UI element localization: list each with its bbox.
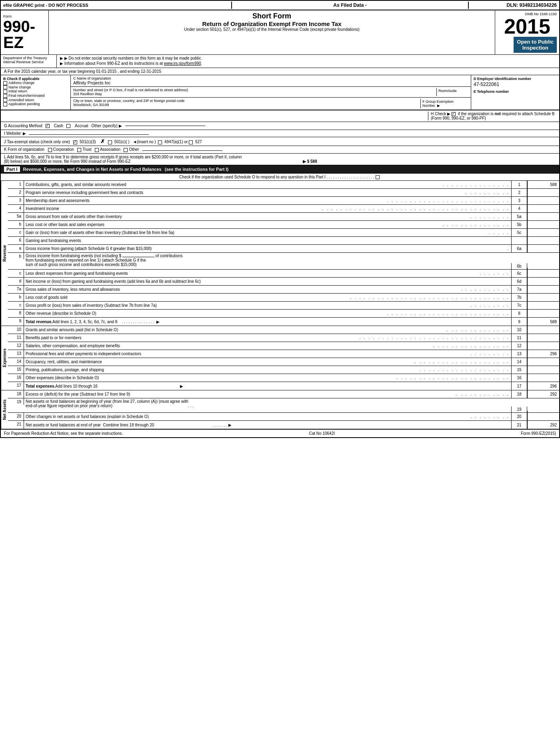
row-label-5b: Less cost or other basis and sales expen… bbox=[24, 221, 441, 228]
org-type-other-field[interactable] bbox=[142, 150, 222, 151]
org-name: Affinity Projects Inc bbox=[73, 80, 468, 85]
row-num-6b: b bbox=[8, 253, 24, 259]
checkbox-initial-return[interactable] bbox=[3, 90, 7, 94]
checkbox-amended-return[interactable] bbox=[3, 98, 7, 102]
row-value-7c bbox=[527, 302, 559, 309]
form-year-block: OMB No 1545-1150 2015 Open to Public Ins… bbox=[495, 10, 559, 54]
checkbox-501c3[interactable] bbox=[73, 140, 77, 144]
checkbox-final-return[interactable] bbox=[3, 94, 7, 98]
row-num-8: 8 bbox=[8, 310, 24, 317]
checkbox-corporation[interactable] bbox=[48, 148, 52, 152]
checkbox-other-org[interactable] bbox=[124, 148, 128, 152]
row-num-7c: c bbox=[8, 302, 24, 309]
row-num-14: 14 bbox=[8, 358, 24, 366]
revenue-side-label: Revenue bbox=[1, 181, 8, 326]
revenue-section: Revenue 1 Contributions, gifts, grants, … bbox=[1, 181, 559, 326]
check-final-return: Final return/terminated bbox=[3, 94, 68, 98]
checkbox-h[interactable] bbox=[452, 112, 456, 116]
employer-block: D Employer identification number 47-5222… bbox=[471, 75, 559, 110]
check-schedule-o-text: Check if the organization used Schedule … bbox=[179, 175, 374, 179]
row-ref-17: 17 bbox=[511, 382, 527, 390]
row-label-7b: Less cost of goods sold bbox=[24, 294, 348, 301]
row-num-21: 21 bbox=[8, 421, 24, 429]
row-dots-7c: . . . . . . . . . bbox=[469, 302, 511, 309]
row-ref-7a: 7a bbox=[511, 286, 527, 293]
table-row: 7a Gross sales of inventory, less return… bbox=[8, 286, 559, 294]
row-label-7c: Gross profit or (loss) from sales of inv… bbox=[24, 302, 469, 309]
tax-year-row: A For the 2015 calendar year, or tax yea… bbox=[1, 68, 559, 75]
irs-link[interactable]: www.irs.gov/form990 bbox=[164, 61, 201, 66]
row-num-19: 19 bbox=[8, 398, 24, 405]
expenses-side-label: Expenses bbox=[1, 326, 8, 390]
row-dots-5b: . . . . . . . . . . . . . . . bbox=[441, 221, 511, 228]
tax-4947-label: 4947(a)(1) or bbox=[164, 140, 188, 144]
checkbox-application-pending[interactable] bbox=[3, 102, 7, 106]
row-label-6: Gaming and fundraising events bbox=[24, 237, 508, 244]
checkbox-address-change[interactable] bbox=[3, 81, 7, 85]
row-label-11: Benefits paid to or for members bbox=[24, 334, 358, 342]
check-application-pending: Application pending bbox=[3, 102, 68, 106]
row-label-6c: Less direct expenses from gaming and fun… bbox=[24, 270, 478, 277]
checkbox-4947[interactable] bbox=[158, 140, 162, 144]
expenses-rows: 10 Grants and similar amounts paid (list… bbox=[8, 326, 559, 390]
checkbox-cash[interactable] bbox=[46, 124, 50, 128]
notice-text1: ▶ Do not enter social security numbers o… bbox=[64, 56, 202, 60]
row-num-11: 11 bbox=[8, 334, 24, 342]
add-lines-row: L Add lines 5b, 6c, and 7b to line 9 to … bbox=[1, 154, 559, 165]
row-dots-10: . . . . . . . . . . . . . . bbox=[446, 326, 511, 334]
h-check-row: H Check ▶ if the organization is not req… bbox=[1, 110, 559, 122]
row-num-5b: b bbox=[8, 221, 24, 228]
table-row: 13 Professional fees and other payments … bbox=[8, 350, 559, 358]
table-row: 10 Grants and similar amounts paid (list… bbox=[8, 326, 559, 334]
row-ref-9: 9 bbox=[511, 318, 527, 326]
table-row: 1 Contributions, gifts, grants, and simi… bbox=[8, 181, 559, 189]
table-row: 20 Other changes in net assets or fund b… bbox=[8, 413, 559, 421]
row-label-19: Net assets or fund balances at beginning… bbox=[24, 398, 511, 409]
row-ref-15: 15 bbox=[511, 366, 527, 374]
row-ref-8: 8 bbox=[511, 310, 527, 317]
accounting-accrual-label: Accrual bbox=[75, 124, 88, 128]
row-ref-12: 12 bbox=[511, 342, 527, 350]
row-num-6a: a bbox=[8, 245, 24, 252]
banner-center: As Filed Data - bbox=[231, 2, 469, 9]
row-num-1: 1 bbox=[8, 181, 24, 188]
dept-treasury: Department of the Treasury bbox=[3, 56, 54, 60]
table-row: c Gross profit or (loss) from sales of i… bbox=[8, 302, 559, 310]
notice-arrow2: ▶ bbox=[60, 61, 63, 66]
row-label-6d: Net income or (loss) from gaming and fun… bbox=[24, 278, 508, 285]
checkbox-trust[interactable] bbox=[77, 148, 81, 152]
employer-d-label: D Employer identification number bbox=[474, 77, 557, 81]
website-field[interactable] bbox=[29, 134, 149, 135]
row-label-9: Total revenue. Add lines 1, 2, 3, 4, 5c,… bbox=[24, 318, 511, 326]
row-label-1: Contributions, gifts, grants, and simila… bbox=[24, 181, 441, 188]
row-value-6a bbox=[527, 245, 559, 252]
checkbox-schedule-o[interactable] bbox=[376, 175, 380, 179]
check-initial-return: Initial return bbox=[3, 89, 68, 94]
row-label-10: Grants and similar amounts paid (list in… bbox=[24, 326, 446, 334]
form-org-k-label: K Form of organization bbox=[4, 147, 44, 152]
accounting-other-field[interactable] bbox=[125, 126, 205, 126]
checkbox-name-change[interactable] bbox=[3, 85, 7, 89]
org-type-other: Other bbox=[129, 147, 139, 152]
checkbox-501c[interactable] bbox=[108, 140, 112, 144]
row-num-3: 3 bbox=[8, 197, 24, 204]
checkbox-527[interactable] bbox=[189, 140, 193, 144]
row-dots-6c: . . . . . . . bbox=[478, 270, 511, 277]
expenses-section: Expenses 10 Grants and similar amounts p… bbox=[1, 326, 559, 390]
row-ref-2: 2 bbox=[511, 189, 527, 196]
table-row: 5a Gross amount from sale of assets othe… bbox=[8, 213, 559, 221]
org-c-label: C Name of organization bbox=[73, 76, 468, 80]
checkbox-accrual[interactable] bbox=[66, 124, 70, 128]
row-value-2 bbox=[527, 189, 559, 196]
form-number-block: Form 990-EZ bbox=[1, 10, 49, 54]
checkbox-association[interactable] bbox=[95, 148, 99, 152]
row-value-6b bbox=[527, 268, 559, 269]
org-info-block: C Name of organization Affinity Projects… bbox=[71, 75, 471, 110]
accounting-cash-label: Cash bbox=[54, 124, 63, 128]
banner-right: DLN: 93492134034226 bbox=[469, 2, 557, 8]
row-value-21: 292 bbox=[527, 421, 559, 429]
row-label-4: Investment income bbox=[24, 205, 321, 212]
row-num-18: 18 bbox=[8, 390, 24, 398]
row-num-17: 17 bbox=[8, 382, 24, 390]
table-row: c Less direct expenses from gaming and f… bbox=[8, 270, 559, 278]
